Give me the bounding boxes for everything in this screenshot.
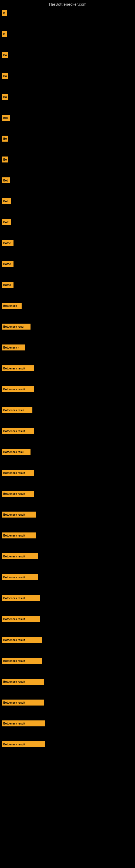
bar-row: Bottleneck result [2, 428, 135, 434]
bar-label: Bottleneck result [3, 430, 25, 433]
result-bar: Bottleneck result [2, 365, 34, 371]
bar-label: Bottleneck result [3, 639, 25, 642]
bar-row: Bottleneck result [2, 512, 135, 518]
bar-row: Bottle [2, 240, 135, 246]
bar-label: Bottleneck result [3, 597, 25, 600]
bar-row: Bottleneck result [2, 470, 135, 476]
site-title: TheBottlenecker.com [0, 0, 135, 8]
bar-label: Bottleneck result [3, 367, 25, 370]
bar-label: Bot [3, 116, 8, 119]
bar-row: Bottleneck result [2, 616, 135, 622]
bar-label: Bottle [3, 242, 11, 245]
bars-container: BBBoBoBoBotBoBoBotBottBottBottleBottleBo… [0, 8, 135, 747]
bar-label: Bottle [3, 262, 11, 266]
bar-label: Bott [3, 200, 9, 203]
result-bar: Bo [2, 156, 8, 162]
bar-label: Bottleneck [3, 304, 17, 307]
bar-label: Bottleneck result [3, 555, 25, 558]
result-bar: Bo [2, 52, 8, 58]
bar-label: Bottleneck result [3, 513, 25, 516]
bar-label: B [3, 33, 5, 36]
result-bar: Bo [2, 135, 8, 142]
bar-label: Bottleneck result [3, 534, 25, 537]
bar-row: Bottleneck result [2, 595, 135, 601]
result-bar: Bottleneck r [2, 344, 25, 350]
bar-label: Bottleneck result [3, 722, 25, 725]
result-bar: B [2, 10, 7, 16]
result-bar: Bot [2, 177, 10, 183]
bar-label: Bottleneck r [3, 346, 19, 349]
bar-label: Bottleneck result [3, 659, 25, 662]
bar-row: Bot [2, 177, 135, 183]
bar-row: B [2, 10, 135, 16]
result-bar: Bottleneck result [2, 470, 34, 476]
bar-label: Bottleneck result [3, 388, 25, 391]
result-bar: Bottleneck result [2, 574, 38, 580]
result-bar: Bottleneck result [2, 491, 34, 497]
bar-row: Bottleneck resu [2, 323, 135, 330]
result-bar: Bottleneck result [2, 616, 40, 622]
bar-row: Bottleneck result [2, 658, 135, 664]
result-bar: Bottle [2, 240, 13, 246]
bar-row: Bottle [2, 282, 135, 288]
bar-label: Bottle [3, 283, 11, 286]
bar-label: Bo [3, 158, 7, 161]
bar-label: Bo [3, 137, 7, 140]
bar-label: Bottleneck resu [3, 451, 24, 454]
bar-row: Bott [2, 198, 135, 204]
bar-label: Bottleneck result [3, 743, 25, 746]
result-bar: Bottleneck result [2, 595, 40, 601]
bar-label: Bottleneck result [3, 618, 25, 621]
bar-row: Bottleneck result [2, 637, 135, 643]
result-bar: Bottleneck resu [2, 449, 31, 455]
bar-row: Bot [2, 115, 135, 121]
bar-row: Bottleneck [2, 303, 135, 309]
result-bar: Bottleneck result [2, 553, 38, 559]
bar-row: Bottleneck result [2, 720, 135, 726]
bar-label: Bottleneck resu [3, 325, 24, 328]
bar-row: Bottleneck result [2, 491, 135, 497]
bar-row: Bo [2, 156, 135, 162]
bar-row: Bottleneck result [2, 700, 135, 706]
result-bar: B [2, 31, 7, 37]
bar-row: Bottleneck resu [2, 449, 135, 455]
bar-label: Bottleneck result [3, 680, 25, 683]
bar-row: Bottleneck result [2, 386, 135, 392]
result-bar: Bottleneck result [2, 532, 36, 538]
result-bar: Bottleneck result [2, 658, 42, 664]
result-bar: Bott [2, 198, 11, 204]
result-bar: Bott [2, 219, 11, 225]
result-bar: Bo [2, 94, 8, 100]
bar-row: Bottleneck result [2, 741, 135, 747]
bar-row: Bottleneck result [2, 574, 135, 580]
bar-label: Bo [3, 74, 7, 78]
bar-label: Bo [3, 95, 7, 98]
bar-row: Bottleneck result [2, 532, 135, 538]
result-bar: Bottleneck result [2, 720, 45, 726]
bar-row: Bottleneck result [2, 553, 135, 559]
result-bar: Bottleneck [2, 303, 21, 309]
bar-row: Bottleneck resul [2, 407, 135, 413]
bar-row: Bott [2, 219, 135, 225]
result-bar: Bottleneck result [2, 741, 45, 747]
result-bar: Bottleneck result [2, 428, 34, 434]
bar-label: Bottleneck resul [3, 409, 24, 412]
bar-label: Bo [3, 54, 7, 57]
bar-row: Bottleneck result [2, 365, 135, 371]
result-bar: Bottleneck result [2, 637, 42, 643]
bar-label: Bottleneck result [3, 576, 25, 579]
bar-row: Bottle [2, 261, 135, 267]
result-bar: Bottle [2, 282, 13, 288]
result-bar: Bottle [2, 261, 13, 267]
result-bar: Bottleneck result [2, 512, 36, 518]
bar-row: B [2, 31, 135, 37]
bar-row: Bottleneck r [2, 344, 135, 350]
result-bar: Bottleneck resul [2, 407, 32, 413]
result-bar: Bottleneck result [2, 679, 44, 685]
result-bar: Bottleneck result [2, 700, 44, 706]
bar-row: Bo [2, 73, 135, 79]
bar-label: Bott [3, 221, 9, 224]
bar-row: Bottleneck result [2, 679, 135, 685]
bar-label: B [3, 12, 5, 15]
bar-row: Bo [2, 135, 135, 142]
